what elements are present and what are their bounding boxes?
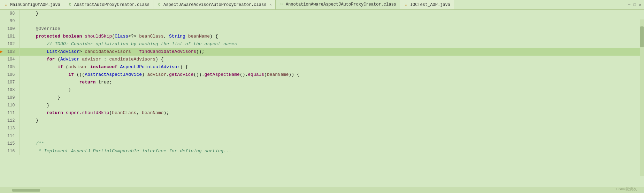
scrollbar-thumb-h[interactable] bbox=[12, 189, 40, 192]
line-number: 108 bbox=[0, 86, 19, 94]
line-number: 99 bbox=[0, 17, 19, 25]
line-number: 110 bbox=[0, 102, 19, 109]
class-file-icon-2: C bbox=[157, 2, 162, 7]
line-content bbox=[19, 17, 644, 25]
line-content: } bbox=[19, 94, 644, 102]
line-number: 100 bbox=[0, 25, 19, 33]
class-file-icon-3: C bbox=[279, 2, 284, 7]
line-content: protected boolean shouldSkip(Class<?> be… bbox=[19, 33, 644, 40]
line-content: } bbox=[19, 117, 644, 124]
table-row: 113 bbox=[0, 124, 644, 132]
table-row: 114 bbox=[0, 132, 644, 140]
line-content: if (advisor instanceof AspectJPointcutAd… bbox=[19, 63, 644, 71]
table-row: 110 } bbox=[0, 102, 644, 109]
tab-label-annotation-aware: AnnotationAwareAspectJAutoProxyCreator.c… bbox=[286, 2, 396, 7]
line-number: 111 bbox=[0, 109, 19, 117]
line-content: } bbox=[19, 10, 644, 17]
line-number: 102 bbox=[0, 40, 19, 48]
table-row: 112 } bbox=[0, 117, 644, 124]
table-row: 115 /** bbox=[0, 140, 644, 147]
line-content: if (((AbstractAspectJAdvice) advisor.get… bbox=[19, 71, 644, 79]
table-row: 100 @Override bbox=[0, 25, 644, 33]
bottom-bar: CSDN发烧友 bbox=[0, 187, 644, 193]
class-file-icon-1: C bbox=[68, 2, 72, 7]
tab-main-config[interactable]: ☕ MainConfigOfAOP.java bbox=[0, 0, 64, 10]
maximize-button[interactable]: □ bbox=[632, 2, 637, 7]
tab-close-aspectj[interactable]: × bbox=[269, 3, 272, 7]
window-controls: ─ □ ✕ bbox=[627, 2, 644, 7]
line-number: 109 bbox=[0, 94, 19, 102]
horizontal-scrollbar[interactable] bbox=[5, 188, 639, 192]
tab-label-aspectj-advisor: AspectJAwareAdvisorAutoProxyCreator.clas… bbox=[163, 2, 266, 7]
tab-label-abstract-proxy: AbstractAutoProxyCreator.class bbox=[74, 2, 150, 7]
line-number: ▶103 bbox=[0, 48, 19, 56]
code-scroll-area[interactable]: 98 }99 100 @Override101 protected boolea… bbox=[0, 10, 644, 187]
line-number: 113 bbox=[0, 124, 19, 132]
line-content: } bbox=[19, 86, 644, 94]
code-table: 98 }99 100 @Override101 protected boolea… bbox=[0, 10, 644, 155]
line-content: List<Advisor> candidateAdvisors = findCa… bbox=[19, 48, 644, 56]
line-content: * Implement AspectJ PartialComparable in… bbox=[19, 147, 644, 155]
tab-aspectj-advisor[interactable]: C AspectJAwareAdvisorAutoProxyCreator.cl… bbox=[153, 0, 276, 10]
line-number: 104 bbox=[0, 56, 19, 63]
table-row: 105 if (advisor instanceof AspectJPointc… bbox=[0, 63, 644, 71]
table-row: 107 return true; bbox=[0, 79, 644, 86]
watermark: CSDN发烧友 bbox=[616, 186, 637, 192]
line-content: @Override bbox=[19, 25, 644, 33]
line-number: 101 bbox=[0, 33, 19, 40]
table-row: 102 // TODO: Consider optimization by ca… bbox=[0, 40, 644, 48]
line-content: return true; bbox=[19, 79, 644, 86]
scrollbar-thumb-v[interactable] bbox=[640, 26, 644, 47]
line-content: for (Advisor advisor : candidateAdvisors… bbox=[19, 56, 644, 63]
tab-ioc-test[interactable]: ☕ IOCTest_AOP.java bbox=[400, 0, 454, 10]
tab-abstract-proxy[interactable]: C AbstractAutoProxyCreator.class bbox=[64, 0, 153, 10]
table-row: 116 * Implement AspectJ PartialComparabl… bbox=[0, 147, 644, 155]
tab-bar: ☕ MainConfigOfAOP.java C AbstractAutoPro… bbox=[0, 0, 644, 10]
tab-annotation-aware[interactable]: C AnnotationAwareAspectJAutoProxyCreator… bbox=[276, 0, 400, 10]
table-row: 98 } bbox=[0, 10, 644, 17]
arrow-marker: ▶ bbox=[0, 48, 3, 56]
debug-arrow-icon: ▶ bbox=[0, 48, 2, 56]
table-row: 111 return super.shouldSkip(beanClass, b… bbox=[0, 109, 644, 117]
line-content: // TODO: Consider optimization by cachin… bbox=[19, 40, 644, 48]
line-number: 115 bbox=[0, 140, 19, 147]
code-editor: 98 }99 100 @Override101 protected boolea… bbox=[0, 10, 644, 193]
table-row: 108 } bbox=[0, 86, 644, 94]
line-content: /** bbox=[19, 140, 644, 147]
table-row: 99 bbox=[0, 17, 644, 25]
line-number: 107 bbox=[0, 79, 19, 86]
close-window-button[interactable]: ✕ bbox=[638, 2, 642, 7]
table-row: 106 if (((AbstractAspectJAdvice) advisor… bbox=[0, 71, 644, 79]
line-number: 105 bbox=[0, 63, 19, 71]
tab-label-ioc-test: IOCTest_AOP.java bbox=[410, 2, 450, 7]
table-row: 109 } bbox=[0, 94, 644, 102]
table-row: ▶103 List<Advisor> candidateAdvisors = f… bbox=[0, 48, 644, 56]
java-file-icon-2: ☕ bbox=[404, 2, 408, 7]
line-content bbox=[19, 124, 644, 132]
line-content bbox=[19, 132, 644, 140]
line-content: return super.shouldSkip(beanClass, beanN… bbox=[19, 109, 644, 117]
line-number: 98 bbox=[0, 10, 19, 17]
line-number: 114 bbox=[0, 132, 19, 140]
java-file-icon: ☕ bbox=[3, 2, 8, 7]
line-number: 106 bbox=[0, 71, 19, 79]
line-content: } bbox=[19, 102, 644, 109]
line-number: 112 bbox=[0, 117, 19, 124]
line-number: 116 bbox=[0, 147, 19, 155]
table-row: 101 protected boolean shouldSkip(Class<?… bbox=[0, 33, 644, 40]
vertical-scrollbar[interactable] bbox=[640, 19, 644, 176]
minimize-button[interactable]: ─ bbox=[627, 2, 631, 7]
table-row: 104 for (Advisor advisor : candidateAdvi… bbox=[0, 56, 644, 63]
tab-label-main-config: MainConfigOfAOP.java bbox=[10, 2, 60, 7]
